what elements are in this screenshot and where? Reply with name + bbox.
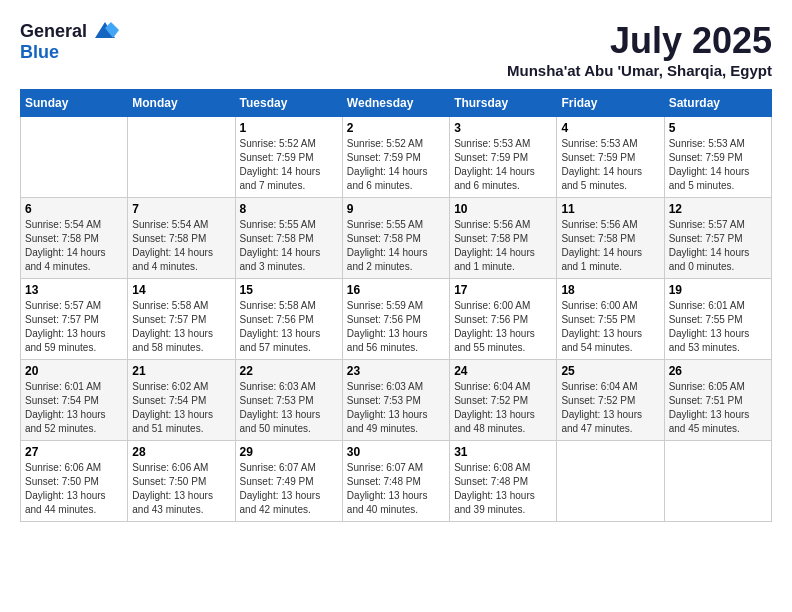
day-info: Sunrise: 5:53 AM Sunset: 7:59 PM Dayligh… <box>561 137 659 193</box>
calendar-cell <box>557 441 664 522</box>
day-info: Sunrise: 5:52 AM Sunset: 7:59 PM Dayligh… <box>347 137 445 193</box>
weekday-header-monday: Monday <box>128 90 235 117</box>
calendar-cell <box>128 117 235 198</box>
day-number: 10 <box>454 202 552 216</box>
day-number: 19 <box>669 283 767 297</box>
day-number: 18 <box>561 283 659 297</box>
calendar-cell: 29Sunrise: 6:07 AM Sunset: 7:49 PM Dayli… <box>235 441 342 522</box>
day-number: 5 <box>669 121 767 135</box>
calendar-week-4: 20Sunrise: 6:01 AM Sunset: 7:54 PM Dayli… <box>21 360 772 441</box>
calendar-cell: 11Sunrise: 5:56 AM Sunset: 7:58 PM Dayli… <box>557 198 664 279</box>
day-info: Sunrise: 5:53 AM Sunset: 7:59 PM Dayligh… <box>454 137 552 193</box>
weekday-header-tuesday: Tuesday <box>235 90 342 117</box>
day-number: 3 <box>454 121 552 135</box>
day-number: 29 <box>240 445 338 459</box>
logo-general-text: General <box>20 21 87 42</box>
day-number: 30 <box>347 445 445 459</box>
day-info: Sunrise: 5:58 AM Sunset: 7:57 PM Dayligh… <box>132 299 230 355</box>
calendar-week-2: 6Sunrise: 5:54 AM Sunset: 7:58 PM Daylig… <box>21 198 772 279</box>
day-number: 24 <box>454 364 552 378</box>
day-number: 4 <box>561 121 659 135</box>
weekday-header-wednesday: Wednesday <box>342 90 449 117</box>
calendar-week-3: 13Sunrise: 5:57 AM Sunset: 7:57 PM Dayli… <box>21 279 772 360</box>
day-info: Sunrise: 6:05 AM Sunset: 7:51 PM Dayligh… <box>669 380 767 436</box>
calendar-cell: 30Sunrise: 6:07 AM Sunset: 7:48 PM Dayli… <box>342 441 449 522</box>
calendar-cell: 28Sunrise: 6:06 AM Sunset: 7:50 PM Dayli… <box>128 441 235 522</box>
day-info: Sunrise: 6:04 AM Sunset: 7:52 PM Dayligh… <box>454 380 552 436</box>
calendar-cell: 24Sunrise: 6:04 AM Sunset: 7:52 PM Dayli… <box>450 360 557 441</box>
day-info: Sunrise: 5:52 AM Sunset: 7:59 PM Dayligh… <box>240 137 338 193</box>
day-number: 26 <box>669 364 767 378</box>
calendar-cell: 12Sunrise: 5:57 AM Sunset: 7:57 PM Dayli… <box>664 198 771 279</box>
day-number: 2 <box>347 121 445 135</box>
day-info: Sunrise: 5:55 AM Sunset: 7:58 PM Dayligh… <box>347 218 445 274</box>
day-number: 15 <box>240 283 338 297</box>
title-block: July 2025 Munsha'at Abu 'Umar, Sharqia, … <box>507 20 772 79</box>
weekday-header-saturday: Saturday <box>664 90 771 117</box>
calendar-cell: 17Sunrise: 6:00 AM Sunset: 7:56 PM Dayli… <box>450 279 557 360</box>
day-info: Sunrise: 6:06 AM Sunset: 7:50 PM Dayligh… <box>25 461 123 517</box>
day-number: 9 <box>347 202 445 216</box>
day-info: Sunrise: 6:00 AM Sunset: 7:55 PM Dayligh… <box>561 299 659 355</box>
calendar-cell: 19Sunrise: 6:01 AM Sunset: 7:55 PM Dayli… <box>664 279 771 360</box>
weekday-header-friday: Friday <box>557 90 664 117</box>
calendar-cell: 22Sunrise: 6:03 AM Sunset: 7:53 PM Dayli… <box>235 360 342 441</box>
day-number: 31 <box>454 445 552 459</box>
day-number: 6 <box>25 202 123 216</box>
day-info: Sunrise: 5:56 AM Sunset: 7:58 PM Dayligh… <box>561 218 659 274</box>
calendar-table: SundayMondayTuesdayWednesdayThursdayFrid… <box>20 89 772 522</box>
day-info: Sunrise: 5:56 AM Sunset: 7:58 PM Dayligh… <box>454 218 552 274</box>
calendar-cell: 1Sunrise: 5:52 AM Sunset: 7:59 PM Daylig… <box>235 117 342 198</box>
calendar-cell: 9Sunrise: 5:55 AM Sunset: 7:58 PM Daylig… <box>342 198 449 279</box>
day-info: Sunrise: 5:54 AM Sunset: 7:58 PM Dayligh… <box>132 218 230 274</box>
day-info: Sunrise: 6:04 AM Sunset: 7:52 PM Dayligh… <box>561 380 659 436</box>
day-number: 7 <box>132 202 230 216</box>
calendar-cell: 25Sunrise: 6:04 AM Sunset: 7:52 PM Dayli… <box>557 360 664 441</box>
calendar-cell: 23Sunrise: 6:03 AM Sunset: 7:53 PM Dayli… <box>342 360 449 441</box>
day-info: Sunrise: 5:59 AM Sunset: 7:56 PM Dayligh… <box>347 299 445 355</box>
day-number: 21 <box>132 364 230 378</box>
calendar-cell: 14Sunrise: 5:58 AM Sunset: 7:57 PM Dayli… <box>128 279 235 360</box>
logo-icon <box>91 20 119 42</box>
day-number: 27 <box>25 445 123 459</box>
calendar-cell: 8Sunrise: 5:55 AM Sunset: 7:58 PM Daylig… <box>235 198 342 279</box>
calendar-cell: 31Sunrise: 6:08 AM Sunset: 7:48 PM Dayli… <box>450 441 557 522</box>
calendar-cell: 26Sunrise: 6:05 AM Sunset: 7:51 PM Dayli… <box>664 360 771 441</box>
day-number: 17 <box>454 283 552 297</box>
day-info: Sunrise: 5:55 AM Sunset: 7:58 PM Dayligh… <box>240 218 338 274</box>
calendar-cell: 27Sunrise: 6:06 AM Sunset: 7:50 PM Dayli… <box>21 441 128 522</box>
day-info: Sunrise: 5:57 AM Sunset: 7:57 PM Dayligh… <box>669 218 767 274</box>
calendar-week-1: 1Sunrise: 5:52 AM Sunset: 7:59 PM Daylig… <box>21 117 772 198</box>
day-info: Sunrise: 6:03 AM Sunset: 7:53 PM Dayligh… <box>347 380 445 436</box>
page-header: General Blue July 2025 Munsha'at Abu 'Um… <box>20 20 772 79</box>
day-info: Sunrise: 6:01 AM Sunset: 7:55 PM Dayligh… <box>669 299 767 355</box>
month-title: July 2025 <box>507 20 772 62</box>
calendar-cell <box>21 117 128 198</box>
day-info: Sunrise: 6:07 AM Sunset: 7:48 PM Dayligh… <box>347 461 445 517</box>
day-number: 11 <box>561 202 659 216</box>
day-number: 8 <box>240 202 338 216</box>
day-number: 12 <box>669 202 767 216</box>
weekday-header-thursday: Thursday <box>450 90 557 117</box>
logo-blue-text: Blue <box>20 42 59 63</box>
calendar-cell: 2Sunrise: 5:52 AM Sunset: 7:59 PM Daylig… <box>342 117 449 198</box>
location: Munsha'at Abu 'Umar, Sharqia, Egypt <box>507 62 772 79</box>
calendar-cell: 13Sunrise: 5:57 AM Sunset: 7:57 PM Dayli… <box>21 279 128 360</box>
calendar-cell: 21Sunrise: 6:02 AM Sunset: 7:54 PM Dayli… <box>128 360 235 441</box>
day-info: Sunrise: 6:07 AM Sunset: 7:49 PM Dayligh… <box>240 461 338 517</box>
day-number: 22 <box>240 364 338 378</box>
day-number: 23 <box>347 364 445 378</box>
day-number: 28 <box>132 445 230 459</box>
day-number: 25 <box>561 364 659 378</box>
day-number: 20 <box>25 364 123 378</box>
day-info: Sunrise: 5:57 AM Sunset: 7:57 PM Dayligh… <box>25 299 123 355</box>
day-info: Sunrise: 5:54 AM Sunset: 7:58 PM Dayligh… <box>25 218 123 274</box>
day-info: Sunrise: 6:03 AM Sunset: 7:53 PM Dayligh… <box>240 380 338 436</box>
calendar-cell: 20Sunrise: 6:01 AM Sunset: 7:54 PM Dayli… <box>21 360 128 441</box>
day-info: Sunrise: 5:53 AM Sunset: 7:59 PM Dayligh… <box>669 137 767 193</box>
calendar-week-5: 27Sunrise: 6:06 AM Sunset: 7:50 PM Dayli… <box>21 441 772 522</box>
calendar-cell: 5Sunrise: 5:53 AM Sunset: 7:59 PM Daylig… <box>664 117 771 198</box>
calendar-cell: 4Sunrise: 5:53 AM Sunset: 7:59 PM Daylig… <box>557 117 664 198</box>
calendar-cell: 6Sunrise: 5:54 AM Sunset: 7:58 PM Daylig… <box>21 198 128 279</box>
day-info: Sunrise: 6:06 AM Sunset: 7:50 PM Dayligh… <box>132 461 230 517</box>
